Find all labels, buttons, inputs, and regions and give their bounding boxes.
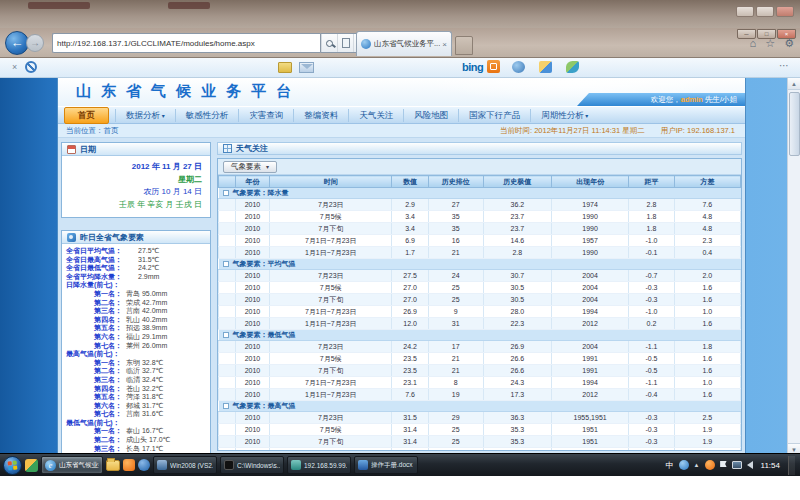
table-row[interactable]: 2010 7月23日 24.2 17 26.9 2004 -1.1 bbox=[219, 341, 741, 353]
mail-icon[interactable] bbox=[299, 62, 314, 73]
table-row[interactable]: 2010 7月5候 31.4 25 35.3 1951 -0.3 bbox=[219, 424, 741, 436]
more-options-icon[interactable]: ⋯ bbox=[779, 60, 790, 71]
checkbox[interactable] bbox=[223, 261, 229, 267]
nav-item[interactable]: 周期性分析 ▾ bbox=[530, 109, 598, 122]
browser-nav-buttons: ← → bbox=[5, 31, 44, 55]
home-icon[interactable]: ⌂ bbox=[750, 37, 757, 50]
taskbar-window-button[interactable]: 192.168.59.99... bbox=[287, 456, 351, 474]
tools-gear-icon[interactable]: ⚙ bbox=[784, 37, 794, 50]
table-row[interactable]: 2010 1月1日~7月23日 12.0 31 22.3 2012 0.2 bbox=[219, 318, 741, 330]
column-header[interactable]: 年份 bbox=[235, 176, 269, 188]
blocked-content-icon[interactable] bbox=[25, 61, 37, 73]
scroll-up-icon[interactable]: ▲ bbox=[788, 78, 800, 90]
taskbar-window-button[interactable]: Win2008 (VS2... bbox=[153, 456, 217, 474]
forward-button[interactable]: → bbox=[26, 34, 44, 52]
quick-launch-icon[interactable] bbox=[25, 459, 38, 472]
nav-item[interactable]: 整编资料 bbox=[293, 109, 348, 122]
table-row[interactable]: 2010 7月1日~7月23日 31.5 9 33.0 1997 -1.0 bbox=[219, 448, 741, 452]
element-filter-button[interactable]: 气象要素 ▾ bbox=[223, 161, 277, 173]
bing-logo[interactable]: bing bbox=[462, 61, 483, 73]
group-header-row[interactable]: 气象要素：最低气温 bbox=[219, 330, 741, 341]
ranking-row: 第二名： 荣成 42.7mm bbox=[66, 299, 208, 308]
bing-addon-icon[interactable] bbox=[487, 60, 500, 73]
nav-item[interactable]: 国家下行产品 bbox=[458, 109, 530, 122]
table-group: 气象要素：降水量 2010 7月23日 2.9 bbox=[219, 188, 741, 259]
group-header-row[interactable]: 气象要素：最高气温 bbox=[219, 401, 741, 412]
nav-item[interactable]: 灾害查询 bbox=[238, 109, 293, 122]
table-row[interactable]: 2010 7月下旬 27.0 25 30.5 2004 -0.3 bbox=[219, 294, 741, 306]
column-header[interactable]: 数值 bbox=[392, 176, 429, 188]
media-player-icon[interactable] bbox=[138, 459, 150, 471]
table-row[interactable]: 2010 7月下旬 31.4 25 35.3 1951 -0.3 bbox=[219, 436, 741, 448]
close-sidebar-icon[interactable]: × bbox=[12, 62, 17, 72]
start-button[interactable] bbox=[3, 456, 22, 475]
table-row[interactable]: 2010 7月1日~7月23日 26.9 9 28.0 1994 -1.0 bbox=[219, 306, 741, 318]
table-row[interactable]: 2010 7月下旬 23.5 21 26.6 1991 -0.5 bbox=[219, 365, 741, 377]
nav-item[interactable]: 天气关注 bbox=[348, 109, 403, 122]
network-status-icon[interactable] bbox=[732, 461, 742, 469]
nav-item[interactable]: 敏感性分析 bbox=[175, 109, 239, 122]
addon-icon[interactable] bbox=[512, 61, 525, 73]
nav-item[interactable]: 风险地图 bbox=[403, 109, 458, 122]
column-header[interactable]: 时间 bbox=[270, 176, 392, 188]
table-row[interactable]: 2010 7月5候 23.5 21 26.6 1991 -0.5 bbox=[219, 353, 741, 365]
pinned-app-icon[interactable] bbox=[123, 459, 135, 471]
minimize-icon[interactable] bbox=[736, 6, 754, 17]
ranking-row: 第七名： 莒南 31.6℃ bbox=[66, 410, 208, 419]
action-center-flag-icon[interactable] bbox=[720, 461, 727, 467]
show-hidden-icons[interactable]: ▲ bbox=[694, 462, 700, 468]
table-row[interactable]: 2010 1月1日~7月23日 7.6 19 17.3 2012 -0.4 bbox=[219, 389, 741, 401]
table-row[interactable]: 2010 7月23日 2.9 27 36.2 1974 2.8 bbox=[219, 199, 741, 211]
table-row[interactable]: 2010 7月下旬 3.4 35 23.7 1990 1.8 4 bbox=[219, 223, 741, 235]
taskbar-clock[interactable]: 11:54 bbox=[758, 461, 783, 470]
table-row[interactable]: 2010 7月5候 27.0 25 30.5 2004 -0.3 bbox=[219, 282, 741, 294]
checkbox[interactable] bbox=[223, 190, 229, 196]
volume-icon[interactable] bbox=[747, 461, 753, 469]
nav-item[interactable]: 数据分析 ▾ bbox=[115, 109, 175, 122]
column-header[interactable]: 历史排位 bbox=[428, 176, 483, 188]
nav-item[interactable]: 首页 bbox=[64, 107, 109, 124]
app-icon bbox=[157, 460, 167, 470]
status-bar: 当前位置：首页 当前时间: 2012年11月27日 11:14:31 星期二 用… bbox=[58, 124, 745, 138]
explorer-folder-icon[interactable] bbox=[106, 460, 120, 471]
page-title: 山东省气候业务平台 bbox=[76, 82, 301, 101]
tab-title: 山东省气候业务平... bbox=[374, 39, 440, 49]
taskbar-window-button[interactable]: C:\Windows\s... bbox=[220, 456, 284, 474]
network-globe-icon[interactable] bbox=[679, 460, 689, 470]
card-addon-icon[interactable] bbox=[278, 62, 292, 73]
taskbar-active-window[interactable]: e 山东省气候业务平... bbox=[41, 456, 103, 474]
checkbox[interactable] bbox=[223, 332, 229, 338]
vertical-scrollbar[interactable]: ▲ ▼ bbox=[787, 78, 800, 455]
browser-tray-icon[interactable] bbox=[705, 460, 715, 470]
checkbox[interactable] bbox=[223, 403, 229, 409]
table-row[interactable]: 2010 7月1日~7月23日 23.1 8 24.3 1994 -1.1 bbox=[219, 377, 741, 389]
scrollbar-thumb[interactable] bbox=[789, 92, 800, 156]
column-header[interactable]: 方差 bbox=[674, 176, 740, 188]
ranking-section-title: 日降水量(前七)： bbox=[66, 281, 208, 290]
new-tab-button[interactable] bbox=[455, 36, 473, 55]
browser-tab[interactable]: 山东省气候业务平... × bbox=[356, 31, 452, 56]
search-icon[interactable] bbox=[321, 34, 337, 52]
tab-close-icon[interactable]: × bbox=[442, 40, 447, 49]
table-row[interactable]: 2010 1月1日~7月23日 1.7 21 2.8 1990 -0.1 bbox=[219, 247, 741, 259]
addon-icon[interactable] bbox=[539, 61, 552, 73]
column-header[interactable]: 历史极值 bbox=[483, 176, 551, 188]
column-header[interactable]: 距平 bbox=[629, 176, 674, 188]
ranking-section: 最低气温(前七)： 第一名： 泰山 16.7℃ bbox=[66, 419, 208, 455]
group-header-row[interactable]: 气象要素：平均气温 bbox=[219, 259, 741, 270]
table-row[interactable]: 2010 7月1日~7月23日 6.9 16 14.6 1957 -1.0 bbox=[219, 235, 741, 247]
maximize-icon[interactable] bbox=[756, 6, 774, 17]
favorites-star-icon[interactable]: ☆ bbox=[765, 37, 775, 50]
taskbar-window-button[interactable]: 操作手册.docx -... bbox=[354, 456, 418, 474]
ime-indicator[interactable]: 中 bbox=[666, 460, 674, 471]
addon-icon[interactable] bbox=[566, 61, 579, 73]
table-row[interactable]: 2010 7月5候 3.4 35 23.7 1990 1.8 4 bbox=[219, 211, 741, 223]
group-header-row[interactable]: 气象要素：降水量 bbox=[219, 188, 741, 199]
url-input[interactable]: http://192.168.137.1/GLCCLIMATE/modules/… bbox=[52, 33, 320, 53]
table-row[interactable]: 2010 7月23日 31.5 29 36.3 1955,1951 -0.3 bbox=[219, 412, 741, 424]
column-header[interactable]: 出现年份 bbox=[552, 176, 629, 188]
close-icon[interactable] bbox=[776, 6, 794, 17]
table-row[interactable]: 2010 7月23日 27.5 24 30.7 2004 -0.7 bbox=[219, 270, 741, 282]
compatibility-view-icon[interactable] bbox=[337, 34, 353, 52]
show-desktop-button[interactable] bbox=[788, 456, 795, 475]
